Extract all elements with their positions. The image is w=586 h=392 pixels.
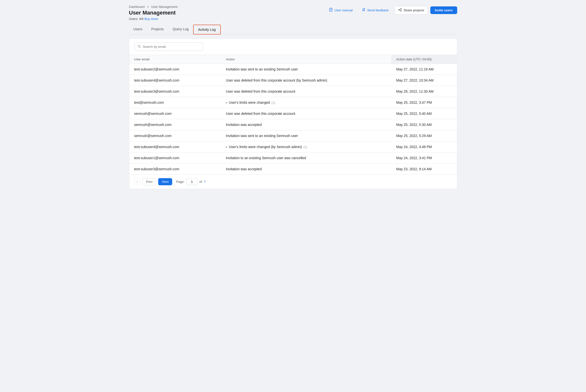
table-row: test@semrush.com▸User's limits were chan…: [129, 97, 457, 108]
breadcrumb-separator: >: [147, 5, 149, 8]
cell-action: Invitation was accepted: [221, 164, 391, 175]
activity-table: User email Action Action date (UTC−04:00…: [129, 55, 457, 174]
breadcrumb-current: User Management: [151, 5, 178, 8]
share-projects-label: Share projects: [404, 8, 424, 12]
table-row: semrush@semrush.comInvitation was accept…: [129, 119, 457, 130]
flag-icon: [362, 8, 366, 12]
buy-more-link[interactable]: Buy more: [144, 17, 158, 21]
tab-query-log[interactable]: Query Log: [168, 25, 193, 34]
cell-action: User was deleted from this corporate acc…: [221, 108, 391, 119]
cell-email: test-subuser1@semrush.com: [129, 152, 221, 164]
send-feedback-label: Send feedback: [367, 8, 389, 12]
tab-projects[interactable]: Projects: [147, 25, 168, 34]
of-label: of: [199, 180, 202, 184]
user-manual-button[interactable]: User manual: [326, 6, 356, 14]
cell-date: May 23, 2022, 9:14 AM: [391, 164, 457, 175]
book-icon: [329, 8, 333, 12]
table-row: test-subuser4@semrush.comUser was delete…: [129, 75, 457, 86]
user-manual-label: User manual: [335, 8, 353, 12]
cell-date: May 25, 2022, 5:29 AM: [391, 130, 457, 142]
breadcrumb: Dashboard > User Management: [129, 5, 178, 8]
cell-action: User was deleted from this corporate acc…: [221, 75, 391, 86]
cell-date: May 25, 2022, 5:40 AM: [391, 108, 457, 119]
cell-date: May 25, 2022, 5:30 AM: [391, 119, 457, 130]
tab-activity-log[interactable]: Activity Log: [193, 25, 221, 34]
search-bar: [129, 39, 457, 55]
cell-email: test-subuser2@semrush.com: [129, 64, 221, 75]
cell-date: May 27, 2022, 11:19 AM: [391, 64, 457, 75]
tab-users[interactable]: Users: [129, 25, 147, 34]
cell-action: User was deleted from this corporate acc…: [221, 86, 391, 97]
next-button[interactable]: Next: [158, 178, 172, 185]
cell-email: semrush@semrush.com: [129, 119, 221, 130]
tabs: Users Projects Query Log Activity Log: [129, 25, 457, 34]
svg-point-5: [401, 10, 402, 11]
share-icon: [398, 8, 402, 12]
cell-email: semrush@semrush.com: [129, 108, 221, 119]
chevron-right-icon[interactable]: ▸: [226, 145, 227, 148]
send-feedback-button[interactable]: Send feedback: [359, 6, 392, 14]
cell-date: May 25, 2022, 3:47 PM: [391, 97, 457, 108]
page-input[interactable]: [186, 178, 197, 185]
prev-prev-button[interactable]: «: [134, 178, 140, 185]
share-projects-button[interactable]: Share projects: [394, 6, 428, 14]
pagination: « Prev Next Page: of 7: [129, 174, 457, 189]
col-header-action: Action: [221, 55, 391, 64]
col-header-email: User email: [129, 55, 221, 64]
svg-line-9: [140, 47, 141, 48]
users-count: Users: 4/6 Buy more: [129, 17, 178, 21]
cell-date: May 26, 2022, 11:30 AM: [391, 86, 457, 97]
svg-line-7: [400, 10, 401, 10]
table-row: test-subuser1@semrush.comInvitation to a…: [129, 152, 457, 164]
svg-line-6: [400, 9, 401, 10]
search-icon: [137, 44, 141, 49]
table-row: test-subuser4@semrush.com▸User's limits …: [129, 142, 457, 152]
cell-email: test-subuser4@semrush.com: [129, 142, 221, 152]
cell-action: ▸User's limits were changed (1): [221, 97, 391, 108]
cell-email: test-subuser3@semrush.com: [129, 164, 221, 175]
cell-date: May 27, 2022, 10:34 AM: [391, 75, 457, 86]
table-row: semrush@semrush.comInvitation was sent t…: [129, 130, 457, 142]
col-header-date: Action date (UTC−04:00): [391, 55, 457, 64]
cell-action: Invitation was sent to an existing Semru…: [221, 130, 391, 142]
content-card: User email Action Action date (UTC−04:00…: [129, 38, 457, 189]
search-input[interactable]: [143, 45, 200, 48]
invite-users-label: Invite users: [435, 8, 453, 12]
chevron-right-icon[interactable]: ▸: [226, 101, 227, 104]
cell-action: ▸User's limits were changed (by Semrush …: [221, 142, 391, 152]
table-row: test-subuser3@semrush.comUser was delete…: [129, 86, 457, 97]
cell-action: Invitation to an existing Semrush user w…: [221, 152, 391, 164]
cell-email: test-subuser3@semrush.com: [129, 86, 221, 97]
cell-email: semrush@semrush.com: [129, 130, 221, 142]
prev-button[interactable]: Prev: [142, 178, 156, 185]
cell-email: test-subuser4@semrush.com: [129, 75, 221, 86]
svg-point-3: [399, 9, 400, 10]
cell-email: test@semrush.com: [129, 97, 221, 108]
cell-action: Invitation was accepted: [221, 119, 391, 130]
total-pages: 7: [204, 180, 206, 184]
invite-users-button[interactable]: Invite users: [430, 6, 457, 14]
page-title: User Management: [129, 10, 178, 16]
search-input-wrapper: [134, 42, 203, 51]
table-row: test-subuser2@semrush.comInvitation was …: [129, 64, 457, 75]
cell-date: May 24, 2022, 3:41 PM: [391, 152, 457, 164]
breadcrumb-home: Dashboard: [129, 5, 145, 8]
table-row: semrush@semrush.comUser was deleted from…: [129, 108, 457, 119]
cell-action: Invitation was sent to an existing Semru…: [221, 64, 391, 75]
page-label: Page:: [176, 180, 184, 184]
table-row: test-subuser3@semrush.comInvitation was …: [129, 164, 457, 175]
svg-point-4: [401, 8, 402, 9]
cell-date: May 24, 2022, 4:49 PM: [391, 142, 457, 152]
